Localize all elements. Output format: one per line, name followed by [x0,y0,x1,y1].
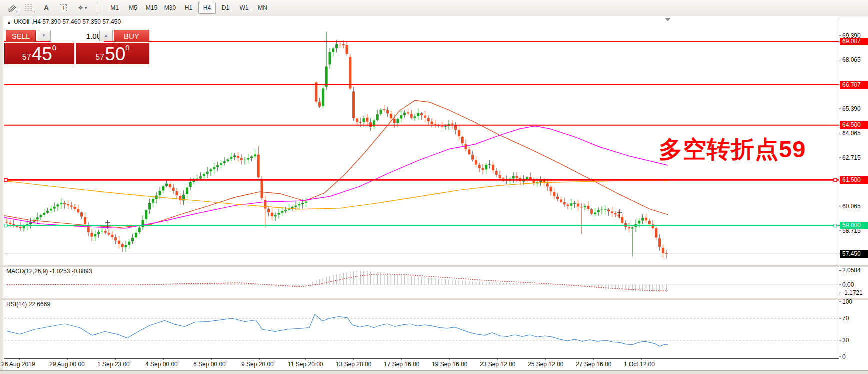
rsi-tick-label: 100 [842,298,867,306]
volume-decrease-button[interactable]: ▼ [37,30,51,42]
symbol-ohlc-text: UKOil-,H4 57.390 57.460 57.350 57.450 [14,18,121,26]
collapse-arrow-icon[interactable]: ▲ [7,20,11,25]
trading-app-window: { "toolbar": { "tools": [ {"name": "equi… [0,0,868,374]
pane-separator[interactable] [0,298,868,300]
chart-annotation-text: 多空转折点59 [659,134,806,166]
sell-price-big: 45 [32,46,52,62]
one-click-trade-panel: SELL ▼ ▲ BUY 57450 57500 [4,29,149,64]
time-axis-label: 19 Sep 16:00 [432,361,467,368]
sell-price-prefix: 57 [22,52,31,62]
time-axis-label: 6 Sep 00:00 [193,361,226,368]
rsi-tick-label: 70 [842,315,867,322]
volume-input[interactable] [50,30,104,42]
sell-button[interactable]: SELL [6,30,36,42]
price-tick-label: 68.065 [842,56,867,64]
price-level-badge: 61.500 [840,176,868,184]
time-axis-label: 9 Sep 20:00 [241,361,274,368]
price-level-badge: 69.087 [840,38,868,46]
price-level-badge: 66.707 [840,82,868,89]
buy-button[interactable]: BUY [114,30,149,42]
chart-symbol-header: ▲UKOil-,H4 57.390 57.460 57.350 57.450 [7,18,121,26]
time-axis-label: 1 Oct 12:00 [624,361,655,368]
rsi-tick-label: 30 [842,337,867,344]
buy-price-big: 50 [105,46,125,62]
time-axis-label: 13 Sep 20:00 [336,361,371,368]
time-axis-label: 25 Sep 12:00 [528,361,563,368]
pane-separator[interactable] [0,266,868,267]
buy-price-panel[interactable]: 57500 [76,43,149,64]
time-axis-label: 1 Sep 23:00 [97,361,130,368]
sell-price-panel[interactable]: 57450 [4,43,74,64]
rsi-tick-label: 0 [842,354,867,360]
sell-price-sup: 0 [52,44,56,52]
price-level-badge: 57.450 [840,250,868,258]
time-axis-label: 23 Sep 12:00 [480,361,515,368]
price-tick-label: 64.065 [842,130,867,137]
price-tick-label: 62.715 [842,154,867,162]
price-level-badge: 59.000 [840,222,868,230]
macd-tick-label: -1.1721 [842,290,867,296]
macd-tick-label: 0.00 [842,282,867,288]
price-tick-label: 60.065 [842,203,867,210]
time-axis-label: 29 Aug 00:00 [49,361,85,368]
price-tick-label: 65.390 [842,106,867,112]
time-axis-label: 17 Sep 16:00 [384,361,419,368]
macd-tick-label: 2.0584 [842,267,867,274]
buy-price-sup: 0 [125,44,129,52]
time-axis-label: 4 Sep 00:00 [145,361,178,368]
volume-increase-button[interactable]: ▲ [99,30,113,42]
time-axis-label: 27 Sep 16:00 [576,361,611,368]
rsi-label: RSI(14) 22.6669 [6,301,50,308]
time-axis-label: 26 Aug 2019 [1,361,35,368]
buy-price-prefix: 57 [95,52,104,62]
time-axis-label: 11 Sep 20:00 [288,361,323,368]
price-level-badge: 64.500 [840,122,868,129]
window-bottom-edge [0,370,868,374]
macd-label: MACD(12,26,9) -1.0253 -0.8893 [6,268,92,275]
